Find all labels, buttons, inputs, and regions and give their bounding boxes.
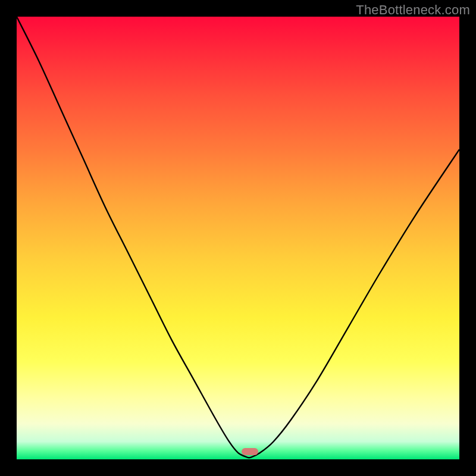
bottleneck-curve [17,17,459,459]
watermark-text: TheBottleneck.com [356,2,470,18]
plot-area [17,17,459,459]
curve-path [17,17,459,458]
optimal-marker [242,448,258,455]
chart-frame: TheBottleneck.com [0,0,476,476]
